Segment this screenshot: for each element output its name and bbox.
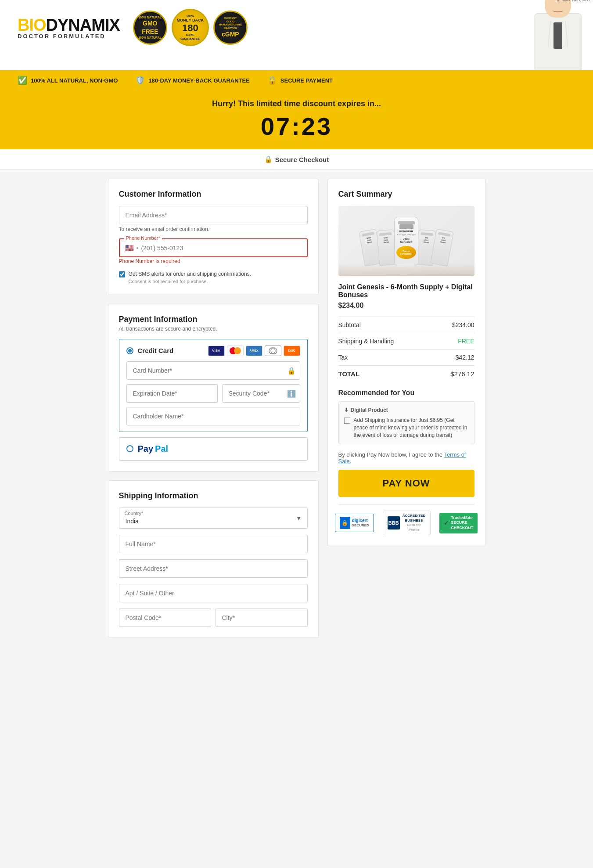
product-price: $234.00 — [338, 302, 474, 310]
trust-natural-text: 100% ALL NATURAL, NON-GMO — [31, 77, 118, 84]
shipping-title: Shipping Information — [119, 491, 308, 501]
email-group: To receive an email order confirmation. — [119, 206, 308, 232]
tax-row: Tax $42.12 — [338, 349, 474, 366]
paypal-logo: PayPal — [138, 444, 169, 454]
cart-summary-card: Cart Summary BIODJointGenes BIODJointGen… — [327, 179, 485, 546]
digital-tag-text: Digital Product — [351, 407, 388, 413]
credit-card-radio[interactable] — [126, 347, 133, 354]
phone-wrapper: Phone Number* 🇺🇸 • — [119, 238, 308, 257]
payment-methods: Credit Card VISA AMEX — [119, 339, 308, 461]
brand-tagline: DOCTOR FORMULATED — [18, 33, 120, 40]
checkmark-icon: ✓ — [444, 519, 449, 526]
country-group: Country* India United States United King… — [119, 508, 308, 529]
sms-consent-row: Get SMS alerts for order and shipping co… — [119, 270, 308, 284]
lock-small-icon: 🔒 — [264, 155, 273, 163]
trusted-text: TrustedSite SECURE CHECKOUT — [451, 515, 473, 531]
apt-group — [119, 584, 308, 602]
paypal-radio[interactable] — [126, 445, 133, 452]
shield-icon: 🛡️ — [135, 76, 145, 85]
cart-table: Subtotal $234.00 Shipping & Handling FRE… — [338, 317, 474, 382]
sms-checkbox[interactable] — [119, 271, 125, 277]
shipping-info-card: Shipping Information Country* India Unit… — [108, 480, 319, 638]
pay-now-button[interactable]: Pay Now — [338, 470, 474, 497]
info-icon: ℹ️ — [287, 389, 296, 397]
city-input[interactable] — [216, 609, 308, 627]
card-icons: VISA AMEX DISC — [208, 346, 300, 356]
country-select[interactable]: India United States United Kingdom — [119, 508, 307, 528]
visa-icon: VISA — [208, 346, 225, 356]
certification-badges: 100% NATURAL GMO FREE 100% NATURAL 100% … — [133, 9, 248, 46]
country-label: Country* — [125, 511, 144, 516]
paypal-option[interactable]: PayPal — [119, 437, 308, 461]
left-column: Customer Information To receive an email… — [108, 179, 319, 638]
trusted-site-badge[interactable]: ✓ TrustedSite SECURE CHECKOUT — [439, 513, 478, 533]
card-number-input[interactable] — [126, 361, 300, 380]
email-note: To receive an email order confirmation. — [119, 226, 308, 232]
email-input[interactable] — [119, 206, 308, 224]
payment-title: Payment Information — [119, 315, 308, 324]
total-label: TOTAL — [338, 366, 434, 382]
card-expiry-cvv-row: ℹ️ — [126, 384, 300, 403]
customer-info-card: Customer Information To receive an email… — [108, 179, 319, 295]
tax-label: Tax — [338, 349, 434, 366]
flag-icon: 🇺🇸 — [125, 244, 134, 252]
digicert-badge[interactable]: 🔒 digicert SECURED — [335, 514, 374, 532]
diners-icon — [265, 346, 281, 356]
download-icon: ⬇ — [344, 407, 349, 413]
check-circle-icon: ✅ — [18, 76, 27, 85]
card-lock-icon: 🔒 — [287, 366, 296, 375]
product-image: BIODJointGenes BIODJointGenes BIODYNAMIX… — [338, 206, 474, 276]
cardholder-input[interactable] — [126, 407, 300, 425]
credit-card-label: Credit Card — [138, 347, 174, 354]
tax-value: $42.12 — [434, 349, 474, 366]
trust-item-secure: 🔒 SECURE PAYMENT — [267, 76, 333, 85]
postal-city-row — [119, 609, 308, 627]
trust-badges-row: 🔒 digicert SECURED BBB ACCREDITED BUSINE… — [338, 504, 474, 535]
recommended-title: Recommended for You — [338, 389, 474, 397]
insurance-text: Add Shipping Insurance for Just $6.95 (G… — [354, 417, 469, 439]
street-group — [119, 559, 308, 578]
fullname-input[interactable] — [119, 535, 308, 553]
apt-input[interactable] — [119, 584, 308, 602]
phone-floating-label: Phone Number* — [124, 235, 162, 241]
phone-input[interactable] — [141, 245, 301, 252]
secure-checkout-bar: 🔒 Secure Checkout — [0, 149, 593, 170]
sms-sub: Consent is not required for purchase. — [129, 279, 251, 284]
card-number-wrapper: 🔒 — [126, 361, 300, 380]
doctor-image: Dr. Mark Weis, M.D. — [523, 0, 593, 70]
digicert-icon: 🔒 — [340, 517, 350, 529]
credit-card-option[interactable]: Credit Card VISA AMEX — [119, 339, 308, 432]
card-fields: 🔒 ℹ️ — [126, 361, 300, 425]
trust-item-guarantee: 🛡️ 180-DAY MONEY-BACK GUARANTEE — [135, 76, 249, 85]
brand-name: BIODYNAMIX — [18, 16, 120, 35]
logo: BIODYNAMIX DOCTOR FORMULATED — [18, 16, 120, 40]
payment-subtitle: All transactions are secure and encrypte… — [119, 326, 308, 332]
terms-prefix: By clicking Pay Now below, I agree to th… — [338, 451, 443, 458]
expiry-input[interactable] — [126, 384, 218, 403]
shipping-value: FREE — [434, 333, 474, 349]
trust-guarantee-text: 180-DAY MONEY-BACK GUARANTEE — [148, 77, 249, 84]
credit-card-header: Credit Card VISA AMEX — [126, 346, 300, 356]
bbb-badge[interactable]: BBB ACCREDITED BUSINESS Click for Profil… — [383, 511, 431, 535]
street-input[interactable] — [119, 559, 308, 578]
chevron-down-icon: ▼ — [296, 515, 302, 522]
trust-item-natural: ✅ 100% ALL NATURAL, NON-GMO — [18, 76, 118, 85]
mastercard-icon — [227, 346, 244, 356]
shipping-row: Shipping & Handling FREE — [338, 333, 474, 349]
total-row: TOTAL $276.12 — [338, 366, 474, 382]
trust-bar: ✅ 100% ALL NATURAL, NON-GMO 🛡️ 180-DAY M… — [0, 70, 593, 90]
fullname-group — [119, 535, 308, 553]
postal-input[interactable] — [119, 609, 211, 627]
cgmp-badge: CURRENT GOOD MANUFACTURING PRACTICE cGMP — [213, 11, 248, 45]
doctor-name: Dr. Mark Weis, M.D. — [556, 0, 591, 2]
lock-icon: 🔒 — [267, 76, 277, 85]
product-title: Joint Genesis - 6-Month Supply + Digital… — [338, 283, 474, 299]
right-column: Cart Summary BIODJointGenes BIODJointGen… — [327, 179, 485, 638]
shipping-label: Shipping & Handling — [338, 333, 434, 349]
sms-label: Get SMS alerts for order and shipping co… — [129, 270, 251, 278]
terms-text: By clicking Pay Now below, I agree to th… — [338, 451, 474, 465]
secure-checkout-label: Secure Checkout — [275, 156, 329, 163]
payment-info-card: Payment Information All transactions are… — [108, 304, 319, 472]
header: BIODYNAMIX DOCTOR FORMULATED 100% NATURA… — [0, 0, 593, 70]
insurance-checkbox[interactable] — [344, 418, 350, 424]
